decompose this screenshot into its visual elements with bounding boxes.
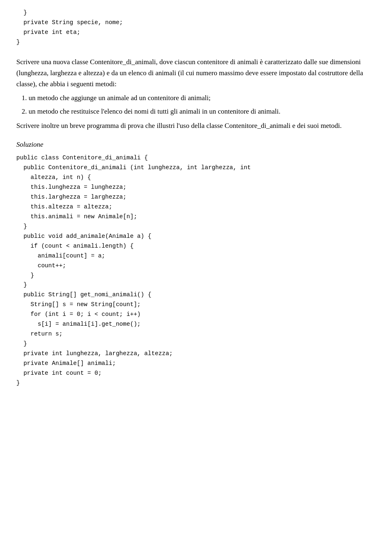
solution-code-block: public class Contenitore_di_animali { pu…: [16, 153, 376, 388]
solution-code-line: for (int i = 0; i < count; i++): [16, 310, 376, 320]
solution-code-line: public void add_animale(Animale a) {: [16, 232, 376, 242]
solution-code-line: private int lunghezza, larghezza, altezz…: [16, 349, 376, 359]
solution-code-line: public String[] get_nomi_animali() {: [16, 290, 376, 300]
problem-paragraph: Scrivere una nuova classe Contenitore_di…: [16, 56, 376, 90]
solution-code-line: private Animale[] animali;: [16, 359, 376, 369]
intro-code-line2: private String specie, nome;: [16, 18, 376, 28]
problem-text-p1: Scrivere una nuova classe Contenitore_di…: [16, 56, 376, 90]
method-list: un metodo che aggiunge un animale ad un …: [29, 93, 376, 117]
intro-code-block: } private String specie, nome; private i…: [16, 8, 376, 47]
solution-heading: Soluzione: [16, 139, 376, 150]
method-list-item2: un metodo che restituisce l'elenco dei n…: [29, 106, 376, 117]
intro-code-line4: }: [16, 38, 376, 47]
solution-code-line: this.animali = new Animale[n];: [16, 212, 376, 222]
solution-code-line: animali[count] = a;: [16, 251, 376, 261]
problem-text-p2: Scrivere inoltre un breve programma di p…: [16, 120, 376, 131]
solution-code-line: count++;: [16, 261, 376, 271]
intro-code-line3: private int eta;: [16, 28, 376, 38]
solution-code-line: return s;: [16, 329, 376, 339]
method-list-item1: un metodo che aggiunge un animale ad un …: [29, 93, 376, 103]
solution-code-line: this.altezza = altezza;: [16, 202, 376, 212]
solution-code-line: }: [16, 280, 376, 290]
solution-code-line: }: [16, 271, 376, 281]
solution-code-line: private int count = 0;: [16, 369, 376, 378]
solution-body: this.lunghezza = lunghezza; this.larghez…: [16, 183, 376, 388]
solution-constructor-line1: public Contenitore_di_animali (int lungh…: [16, 163, 376, 173]
solution-code-line: }: [16, 339, 376, 349]
intro-code-line1: }: [16, 8, 376, 18]
solution-constructor-line2: altezza, int n) {: [16, 173, 376, 183]
solution-code-line: }: [16, 222, 376, 232]
solution-code-line: if (count < animali.length) {: [16, 242, 376, 251]
solution-class-decl: public class Contenitore_di_animali {: [16, 153, 376, 163]
solution-code-line: String[] s = new String[count];: [16, 300, 376, 310]
solution-code-line: }: [16, 378, 376, 388]
solution-code-line: this.larghezza = larghezza;: [16, 192, 376, 202]
solution-code-line: s[i] = animali[i].get_nome();: [16, 320, 376, 329]
solution-code-line: this.lunghezza = lunghezza;: [16, 183, 376, 192]
